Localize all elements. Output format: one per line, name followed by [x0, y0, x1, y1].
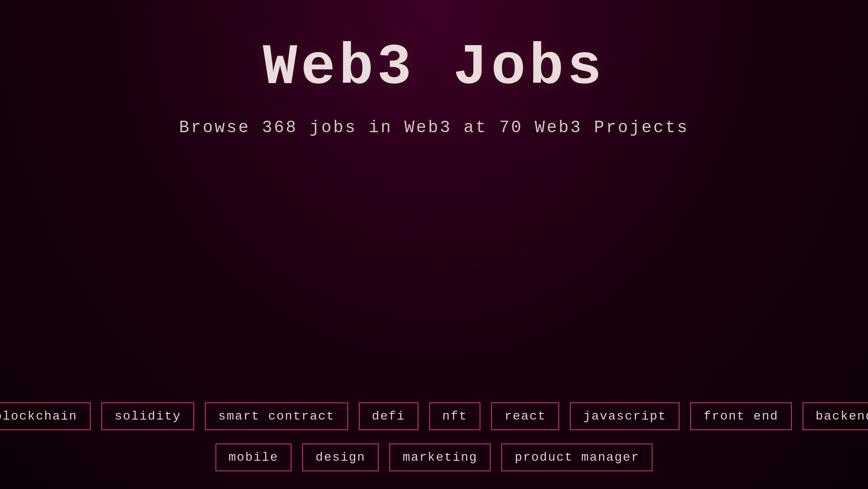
tags-section: blockchainsoliditysmart contractdefinftr…: [0, 402, 868, 471]
tag-solidity[interactable]: solidity: [101, 402, 194, 430]
page-title: Web3 Jobs: [263, 35, 605, 100]
tag-smart-contract[interactable]: smart contract: [205, 402, 348, 430]
tag-marketing[interactable]: marketing: [389, 443, 491, 471]
tags-row-1: blockchainsoliditysmart contractdefinftr…: [0, 402, 868, 430]
tag-product-manager[interactable]: product manager: [501, 443, 653, 471]
tag-javascript[interactable]: javascript: [570, 402, 680, 430]
tag-defi[interactable]: defi: [359, 402, 419, 430]
tag-nft[interactable]: nft: [429, 402, 480, 430]
tag-design[interactable]: design: [302, 443, 379, 471]
tag-blockchain[interactable]: blockchain: [0, 402, 91, 430]
tag-front-end[interactable]: front end: [690, 402, 791, 430]
tag-backend[interactable]: backend: [803, 402, 868, 430]
tag-react[interactable]: react: [491, 402, 559, 430]
tag-mobile[interactable]: mobile: [215, 443, 292, 471]
tags-row-2: mobiledesignmarketingproduct manager: [215, 443, 653, 471]
page-subtitle: Browse 368 jobs in Web3 at 70 Web3 Proje…: [179, 118, 689, 137]
